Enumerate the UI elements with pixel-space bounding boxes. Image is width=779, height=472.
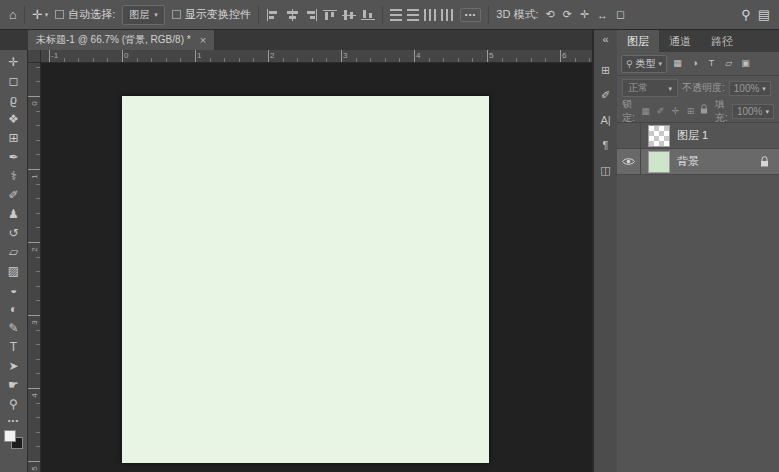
ruler-label: 3 bbox=[30, 316, 39, 329]
tool-options-bar: ⌂ ✛ ▾ 自动选择: 图层 ▾ 显示变换控件 bbox=[0, 0, 779, 30]
dodge-tool[interactable]: ◐ bbox=[0, 300, 28, 319]
layer-thumbnail[interactable] bbox=[648, 151, 670, 173]
panel-tab-channels[interactable]: 通道 bbox=[659, 30, 701, 52]
edit-toolbar-icon[interactable]: ••• bbox=[8, 416, 19, 425]
marquee-tool[interactable]: ◻ bbox=[0, 72, 28, 91]
path-selection-tool[interactable]: ➤ bbox=[0, 357, 28, 376]
lock-buttons: ▦✐✛⊞ bbox=[639, 104, 697, 118]
lock-pixels-icon[interactable]: ✐ bbox=[654, 104, 667, 118]
canvas-area: -10123456 012345 bbox=[28, 50, 592, 472]
paragraph-panel-icon[interactable]: ¶ bbox=[594, 133, 617, 158]
color-swatches[interactable] bbox=[4, 430, 23, 449]
lock-position-icon[interactable]: ✛ bbox=[669, 104, 682, 118]
lock-artboard-icon[interactable]: ⊞ bbox=[684, 104, 697, 118]
3d-rotate-icon[interactable]: ⟲ bbox=[545, 8, 554, 21]
ruler-label: 4 bbox=[416, 51, 420, 60]
align-left-icon[interactable] bbox=[266, 9, 280, 21]
align-vertical-center-icon[interactable] bbox=[342, 9, 356, 21]
visibility-toggle[interactable] bbox=[617, 123, 641, 148]
hand-tool[interactable]: ☛ bbox=[0, 376, 28, 395]
adjustments-panel-icon[interactable]: ⊞ bbox=[594, 58, 617, 83]
align-bottom-icon[interactable] bbox=[361, 9, 375, 21]
eyedropper-tool[interactable]: ✒ bbox=[0, 148, 28, 167]
gradient-tool[interactable]: ▨ bbox=[0, 262, 28, 281]
lock-label: 锁定: bbox=[622, 100, 636, 122]
brush-tool[interactable]: ✐ bbox=[0, 186, 28, 205]
chevron-down-icon: ▾ bbox=[45, 11, 49, 18]
lock-transparency-icon[interactable]: ▦ bbox=[639, 104, 652, 118]
layer-filter-buttons: ▦◑T▱▣ bbox=[670, 56, 753, 71]
document-tab[interactable]: 未标题-1 @ 66.7% (背景, RGB/8) * × bbox=[28, 30, 214, 50]
brushes-panel-icon[interactable]: ✐ bbox=[594, 83, 617, 108]
workspace-switcher-icon[interactable]: ▤ bbox=[758, 8, 770, 21]
character-panel-icon[interactable]: A| bbox=[594, 108, 617, 133]
blend-mode-dropdown[interactable]: 正常 ▾ bbox=[622, 79, 678, 97]
fill-value: 100% bbox=[737, 106, 763, 117]
align-right-icon[interactable] bbox=[304, 9, 318, 21]
photoshop-window: ⌂ ✛ ▾ 自动选择: 图层 ▾ 显示变换控件 bbox=[0, 0, 779, 472]
ruler-label: 1 bbox=[197, 51, 201, 60]
crop-tool[interactable]: ⊞ bbox=[0, 129, 28, 148]
align-options-button[interactable]: ••• bbox=[460, 8, 481, 22]
fill-label: 填充: bbox=[715, 100, 729, 122]
layer-name: 背景 bbox=[677, 154, 699, 169]
opacity-dropdown[interactable]: 100% ▾ bbox=[729, 81, 771, 96]
layer-row[interactable]: 背景 bbox=[617, 149, 779, 175]
show-transform-toggle[interactable]: 显示变换控件 bbox=[172, 7, 251, 22]
type-tool[interactable]: T bbox=[0, 338, 28, 357]
quick-selection-tool[interactable]: ❖ bbox=[0, 110, 28, 129]
expand-panels-icon[interactable]: « bbox=[602, 30, 608, 48]
ruler-label: 3 bbox=[343, 51, 347, 60]
panel-tab-layers[interactable]: 图层 bbox=[617, 30, 659, 52]
distribute-horizontal-centers-icon[interactable] bbox=[441, 9, 453, 21]
3d-scale-icon[interactable]: ◻ bbox=[616, 8, 625, 21]
ruler-label: 4 bbox=[30, 389, 39, 402]
pixel-layer-filter-icon[interactable]: ▦ bbox=[670, 56, 685, 71]
3d-pan-icon[interactable]: ✛ bbox=[580, 8, 589, 21]
distribute-horizontal-icon[interactable] bbox=[424, 9, 436, 21]
move-tool[interactable]: ✛ bbox=[0, 53, 28, 72]
close-icon[interactable]: × bbox=[200, 34, 206, 46]
home-icon[interactable]: ⌂ bbox=[9, 8, 17, 21]
foreground-color-swatch[interactable] bbox=[4, 430, 16, 442]
horizontal-ruler[interactable]: -10123456 bbox=[41, 50, 592, 63]
align-top-icon[interactable] bbox=[323, 9, 337, 21]
lock-all-icon[interactable] bbox=[700, 104, 708, 118]
zoom-tool[interactable]: ⚲ bbox=[0, 395, 28, 414]
separator bbox=[488, 6, 489, 24]
ruler-origin[interactable] bbox=[28, 50, 41, 63]
search-icon[interactable]: ⚲ bbox=[741, 8, 751, 21]
vertical-ruler[interactable]: 012345 bbox=[28, 63, 41, 472]
shape-layer-filter-icon[interactable]: ▱ bbox=[721, 56, 736, 71]
3d-slide-icon[interactable]: ↔ bbox=[597, 9, 608, 21]
align-horizontal-center-icon[interactable] bbox=[285, 9, 299, 21]
adjustment-layer-filter-icon[interactable]: ◑ bbox=[687, 56, 702, 71]
distribute-vertical-centers-icon[interactable] bbox=[407, 9, 419, 21]
panel-tab-paths[interactable]: 路径 bbox=[701, 30, 743, 52]
layer-list: 图层 1背景 bbox=[617, 122, 779, 175]
3d-roll-icon[interactable]: ⟳ bbox=[563, 8, 572, 21]
fill-dropdown[interactable]: 100% ▾ bbox=[732, 104, 774, 119]
pen-tool[interactable]: ✎ bbox=[0, 319, 28, 338]
blur-tool[interactable]: ◒ bbox=[0, 281, 28, 300]
type-layer-filter-icon[interactable]: T bbox=[704, 56, 719, 71]
visibility-toggle[interactable] bbox=[617, 149, 641, 174]
auto-select-toggle[interactable]: 自动选择: bbox=[55, 7, 115, 22]
smart-object-filter-icon[interactable]: ▣ bbox=[738, 56, 753, 71]
healing-brush-tool[interactable]: ⚕ bbox=[0, 167, 28, 186]
layers-panel-group: 图层通道路径 ⚲ 类型 ▾ ▦◑T▱▣ 正常 ▾ 不透明度: 100% ▾ 锁定… bbox=[617, 30, 779, 472]
clone-stamp-tool[interactable]: ♟ bbox=[0, 205, 28, 224]
separator bbox=[382, 6, 383, 24]
ruler-label: 5 bbox=[489, 51, 493, 60]
auto-select-target-dropdown[interactable]: 图层 ▾ bbox=[122, 5, 165, 25]
lasso-tool[interactable]: ϱ bbox=[0, 91, 28, 110]
current-tool-indicator[interactable]: ✛ ▾ bbox=[32, 7, 48, 22]
history-brush-tool[interactable]: ↺ bbox=[0, 224, 28, 243]
document-canvas[interactable] bbox=[122, 96, 489, 463]
distribute-vertical-icon[interactable] bbox=[390, 9, 402, 21]
libraries-panel-icon[interactable]: ◫ bbox=[594, 158, 617, 183]
layer-thumbnail[interactable] bbox=[648, 125, 670, 147]
eraser-tool[interactable]: ▱ bbox=[0, 243, 28, 262]
layer-row[interactable]: 图层 1 bbox=[617, 123, 779, 149]
filter-type-dropdown[interactable]: ⚲ 类型 ▾ bbox=[621, 55, 667, 73]
